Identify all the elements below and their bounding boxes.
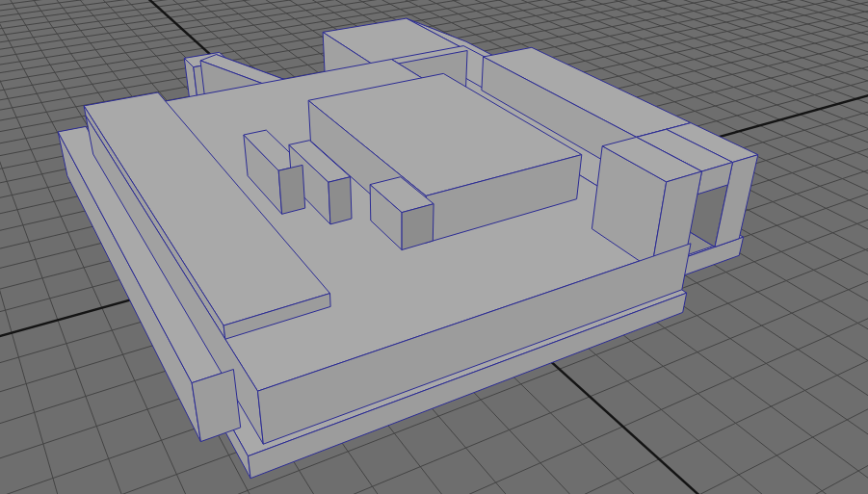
mesh-face-fin-2-front[interactable] — [329, 177, 352, 224]
mesh-face-fin-1-front[interactable] — [278, 165, 305, 214]
3d-viewport[interactable] — [0, 0, 868, 494]
viewport-canvas[interactable] — [0, 0, 868, 494]
